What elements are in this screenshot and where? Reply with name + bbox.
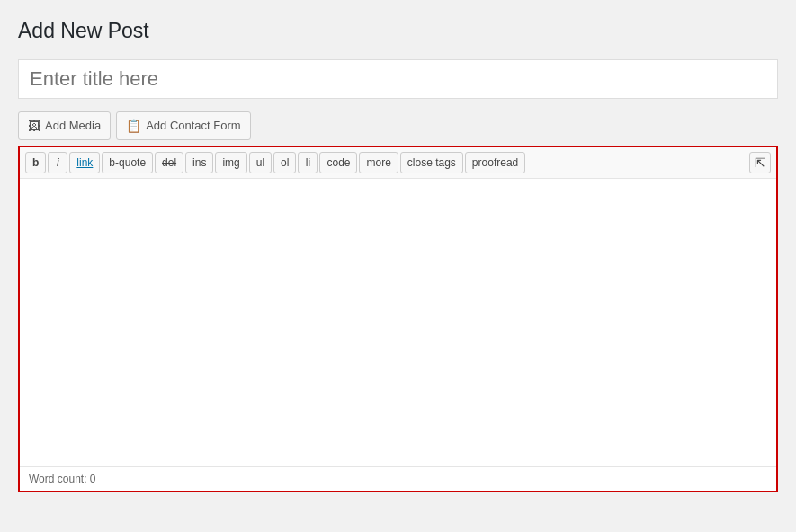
format-del-button[interactable]: del bbox=[155, 152, 183, 173]
editor-area: b i link b-quote del ins img ul ol li co… bbox=[18, 146, 778, 492]
format-proofread-button[interactable]: proofread bbox=[465, 152, 525, 173]
add-contact-form-button[interactable]: 📋 Add Contact Form bbox=[116, 111, 251, 140]
top-toolbar: 🖼 Add Media 📋 Add Contact Form bbox=[18, 111, 778, 140]
add-contact-form-icon: 📋 bbox=[126, 116, 141, 136]
format-li-button[interactable]: li bbox=[298, 152, 318, 173]
format-link-button[interactable]: link bbox=[69, 152, 100, 173]
expand-icon: ⇱ bbox=[755, 156, 765, 169]
format-toolbar: b i link b-quote del ins img ul ol li co… bbox=[20, 147, 776, 179]
format-close-tags-button[interactable]: close tags bbox=[400, 152, 463, 173]
editor-content-area[interactable] bbox=[20, 179, 776, 466]
format-italic-button[interactable]: i bbox=[48, 152, 67, 173]
add-media-button[interactable]: 🖼 Add Media bbox=[18, 111, 111, 140]
page-title: Add New Post bbox=[18, 18, 778, 45]
format-ins-button[interactable]: ins bbox=[185, 152, 213, 173]
format-bquote-button[interactable]: b-quote bbox=[102, 152, 153, 173]
post-title-input[interactable] bbox=[18, 59, 778, 99]
format-code-button[interactable]: code bbox=[319, 152, 357, 173]
format-img-button[interactable]: img bbox=[215, 152, 246, 173]
word-count-bar: Word count: 0 bbox=[20, 466, 776, 491]
word-count-label: Word count: 0 bbox=[29, 473, 95, 485]
format-ul-button[interactable]: ul bbox=[249, 152, 272, 173]
add-media-icon: 🖼 bbox=[28, 116, 40, 136]
format-ol-button[interactable]: ol bbox=[273, 152, 296, 173]
format-bold-button[interactable]: b bbox=[25, 152, 46, 173]
expand-editor-button[interactable]: ⇱ bbox=[749, 152, 771, 173]
format-more-button[interactable]: more bbox=[359, 152, 398, 173]
add-media-label: Add Media bbox=[45, 117, 101, 136]
add-contact-form-label: Add Contact Form bbox=[146, 117, 241, 136]
